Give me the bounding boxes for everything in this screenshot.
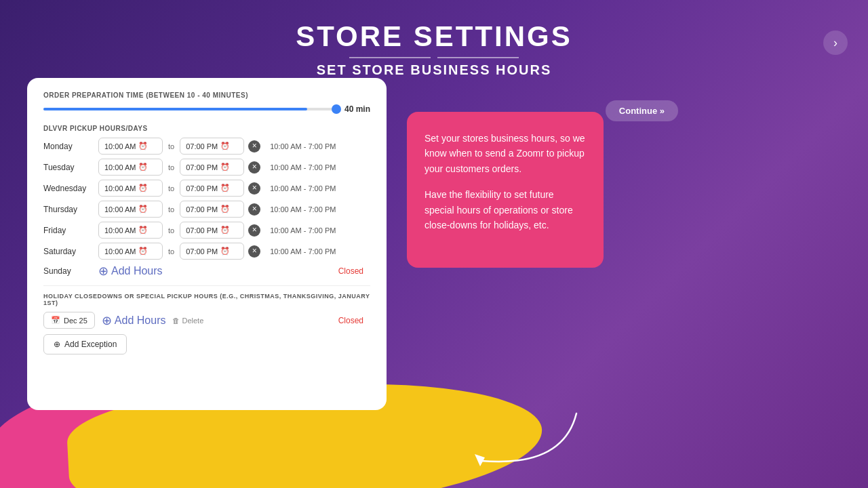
wednesday-remove-button[interactable]: × (248, 182, 260, 195)
header-divider (0, 57, 868, 58)
x-icon: × (252, 142, 257, 150)
saturday-remove-button[interactable]: × (248, 245, 260, 258)
day-thursday: Thursday (43, 205, 94, 214)
divider-line-left (349, 57, 431, 58)
saturday-summary: 10:00 AM - 7:00 PM (270, 247, 336, 256)
content-area: ORDER PREPARATION TIME (BETWEEN 10 - 40 … (0, 78, 868, 488)
to-separator: to (167, 142, 176, 150)
slider-value: 40 min (344, 104, 370, 114)
plus-icon: ⊕ (98, 264, 108, 279)
clock-icon: ⏰ (220, 226, 230, 235)
slider-row: 40 min (43, 104, 370, 114)
table-row: Friday 10:00 AM ⏰ to 07:00 PM ⏰ × 10:00 … (43, 222, 370, 239)
clock-icon: ⏰ (220, 163, 230, 171)
day-saturday: Saturday (43, 247, 94, 256)
right-panel: Set your stores business hours, so we kn… (407, 78, 841, 488)
sunday-add-hours-button[interactable]: ⊕ Add Hours (98, 264, 163, 279)
saturday-close-input[interactable]: 07:00 PM ⏰ (180, 243, 244, 260)
page-title: STORE SETTINGS (0, 20, 868, 53)
x-icon: × (252, 247, 257, 255)
slider-label: ORDER PREPARATION TIME (BETWEEN 10 - 40 … (43, 92, 370, 99)
holiday-delete-button[interactable]: 🗑 Delete (172, 317, 203, 325)
time-text: 07:00 PM (186, 184, 218, 192)
trash-icon: 🗑 (172, 317, 180, 325)
clock-icon: ⏰ (220, 184, 230, 192)
header: STORE SETTINGS SET STORE BUSINESS HOURS (0, 0, 868, 78)
holiday-add-hours-button[interactable]: ⊕ Add Hours (102, 313, 166, 328)
plus-icon: ⊕ (102, 313, 112, 328)
hours-label: DLVVR PICKUP HOURS/DAYS (43, 125, 370, 132)
sunday-closed-label: Closed (338, 266, 363, 276)
time-text: 07:00 PM (186, 226, 218, 235)
table-row: Tuesday 10:00 AM ⏰ to 07:00 PM ⏰ × 10:00… (43, 159, 370, 176)
time-text: 07:00 PM (186, 247, 218, 256)
time-text: 10:00 AM (104, 205, 136, 214)
holiday-date: Dec 25 (64, 317, 87, 325)
info-text-2: Have the flexibility to set future speci… (425, 187, 586, 232)
info-card: Set your stores business hours, so we kn… (407, 112, 604, 268)
to-separator: to (167, 184, 176, 192)
delete-label: Delete (182, 317, 203, 325)
clock-icon: ⏰ (138, 247, 148, 256)
svg-marker-0 (475, 454, 485, 466)
add-exception-button[interactable]: ⊕ Add Exception (43, 334, 127, 354)
holiday-date-badge: 📅 Dec 25 (43, 312, 95, 329)
time-text: 10:00 AM (104, 163, 136, 171)
clock-icon: ⏰ (220, 142, 230, 150)
plus-circle-icon: ⊕ (54, 340, 60, 349)
thursday-open-input[interactable]: 10:00 AM ⏰ (98, 201, 163, 218)
day-friday: Friday (43, 226, 94, 235)
wednesday-close-input[interactable]: 07:00 PM ⏰ (180, 180, 244, 197)
table-row: Monday 10:00 AM ⏰ to 07:00 PM ⏰ × 10:00 … (43, 138, 370, 155)
day-wednesday: Wednesday (43, 184, 94, 193)
page-subtitle: SET STORE BUSINESS HOURS (0, 62, 868, 78)
arrow-decoration (441, 400, 590, 481)
friday-open-input[interactable]: 10:00 AM ⏰ (98, 222, 163, 239)
clock-icon: ⏰ (138, 226, 148, 235)
friday-summary: 10:00 AM - 7:00 PM (270, 226, 336, 235)
time-text: 10:00 AM (104, 226, 136, 235)
add-hours-label: Add Hours (111, 265, 163, 277)
time-text: 10:00 AM (104, 247, 136, 256)
holiday-section: HOLIDAY CLOSEDOWNS OR SPECIAL PICKUP HOU… (43, 285, 370, 354)
tuesday-close-input[interactable]: 07:00 PM ⏰ (180, 159, 244, 176)
time-text: 10:00 AM (104, 142, 136, 150)
x-icon: × (252, 226, 257, 234)
wednesday-open-input[interactable]: 10:00 AM ⏰ (98, 180, 163, 197)
day-sunday: Sunday (43, 266, 94, 276)
x-icon: × (252, 205, 257, 213)
monday-summary: 10:00 AM - 7:00 PM (270, 142, 336, 150)
clock-icon: ⏰ (138, 142, 148, 150)
friday-close-input[interactable]: 07:00 PM ⏰ (180, 222, 244, 239)
slider-track (43, 108, 336, 110)
to-separator: to (167, 163, 176, 171)
saturday-open-input[interactable]: 10:00 AM ⏰ (98, 243, 163, 260)
monday-open-input[interactable]: 10:00 AM ⏰ (98, 138, 163, 155)
tuesday-summary: 10:00 AM - 7:00 PM (270, 163, 336, 171)
clock-icon: ⏰ (220, 205, 230, 214)
time-text: 07:00 PM (186, 142, 218, 150)
slider-thumb (332, 104, 341, 114)
table-row: Sunday ⊕ Add Hours Closed (43, 264, 370, 279)
thursday-close-input[interactable]: 07:00 PM ⏰ (180, 201, 244, 218)
monday-remove-button[interactable]: × (248, 140, 260, 152)
holiday-add-hours-label: Add Hours (115, 314, 166, 327)
thursday-summary: 10:00 AM - 7:00 PM (270, 205, 336, 214)
add-exception-label: Add Exception (64, 340, 117, 349)
to-separator: to (167, 205, 176, 214)
monday-close-input[interactable]: 07:00 PM ⏰ (180, 138, 244, 155)
tuesday-open-input[interactable]: 10:00 AM ⏰ (98, 159, 163, 176)
clock-icon: ⏰ (220, 247, 230, 256)
time-text: 07:00 PM (186, 205, 218, 214)
thursday-remove-button[interactable]: × (248, 203, 260, 216)
holiday-label: HOLIDAY CLOSEDOWNS OR SPECIAL PICKUP HOU… (43, 293, 370, 306)
time-text: 07:00 PM (186, 163, 218, 171)
x-icon: × (252, 163, 257, 171)
friday-remove-button[interactable]: × (248, 224, 260, 237)
to-separator: to (167, 226, 176, 235)
tuesday-remove-button[interactable]: × (248, 161, 260, 174)
nav-next-button[interactable]: › (823, 30, 848, 55)
slider-fill (43, 108, 307, 110)
table-row: Thursday 10:00 AM ⏰ to 07:00 PM ⏰ × 10:0… (43, 201, 370, 218)
holiday-row: 📅 Dec 25 ⊕ Add Hours 🗑 Delete Closed (43, 312, 370, 329)
